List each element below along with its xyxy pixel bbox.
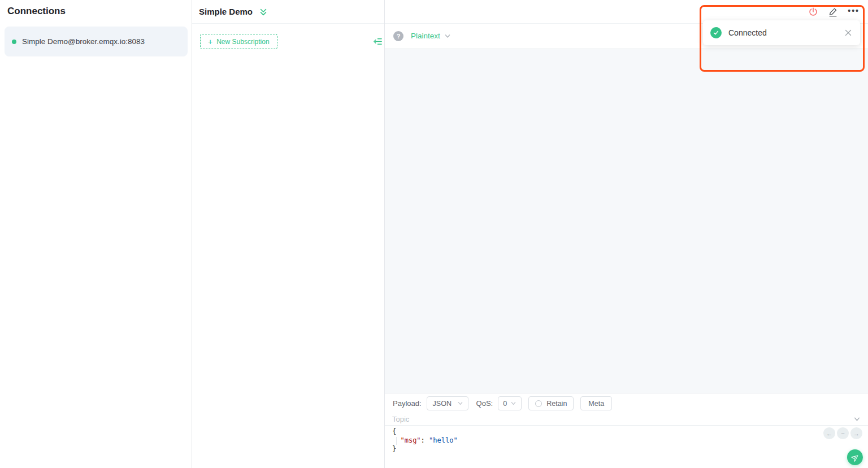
connections-title: Connections	[7, 6, 66, 17]
editor-history-nav: ← − →	[823, 427, 862, 439]
help-icon: ?	[393, 31, 403, 41]
meta-button[interactable]: Meta	[580, 396, 612, 410]
payload-format-value: Plaintext	[411, 32, 440, 40]
payload-code: { "msg": "hello" }	[392, 427, 458, 454]
history-prev-button[interactable]: ←	[823, 427, 835, 439]
payload-editor[interactable]: { "msg": "hello" } ← − →	[385, 426, 868, 468]
new-subscription-label: New Subscription	[216, 38, 269, 46]
payload-type-label: Payload:	[393, 399, 422, 408]
retain-label: Retain	[546, 400, 567, 408]
connection-status-dot	[12, 40, 16, 44]
message-list-area	[385, 49, 868, 393]
main-panel: ••• ? Plaintext Payload: JSON QoS: 0	[385, 0, 868, 468]
qos-select[interactable]: 0	[498, 396, 522, 410]
chevron-down-icon	[457, 400, 463, 406]
history-next-button[interactable]: →	[850, 427, 862, 439]
code-token-string: "hello"	[429, 436, 458, 444]
retain-radio-icon	[535, 400, 542, 407]
retain-toggle[interactable]: Retain	[528, 396, 574, 410]
topic-input[interactable]	[392, 415, 853, 423]
toast-status-text: Connected	[728, 28, 767, 37]
double-chevron-down-icon[interactable]	[259, 7, 268, 16]
send-button[interactable]	[847, 449, 863, 465]
plus-icon: +	[208, 38, 212, 46]
connections-sidebar: Connections Simple Demo@broker.emqx.io:8…	[0, 0, 192, 468]
code-token: :	[421, 436, 429, 444]
publish-options-bar: Payload: JSON QoS: 0 Retain Meta	[385, 394, 868, 413]
qos-value: 0	[503, 400, 507, 408]
payload-type-value: JSON	[433, 400, 452, 408]
new-subscription-button[interactable]: + New Subscription	[200, 34, 277, 49]
code-token-key: "msg"	[400, 436, 420, 444]
collapse-panel-icon[interactable]	[373, 37, 383, 46]
code-token: {	[392, 427, 396, 435]
edit-pencil-icon[interactable]	[828, 7, 838, 17]
connection-name-title: Simple Demo	[199, 7, 253, 16]
success-check-icon	[710, 27, 722, 38]
connection-item-simple-demo[interactable]: Simple Demo@broker.emqx.io:8083	[5, 27, 188, 56]
code-token: }	[392, 445, 396, 453]
chevron-down-icon	[510, 400, 517, 406]
connection-label: Simple Demo@broker.emqx.io:8083	[22, 37, 145, 46]
subscriptions-panel: Simple Demo + New Subscription	[192, 0, 385, 468]
collapse-publish-chevron-icon[interactable]	[853, 415, 861, 423]
disconnect-power-icon[interactable]	[808, 7, 818, 17]
connected-toast: Connected	[703, 20, 860, 45]
payload-type-select[interactable]: JSON	[427, 396, 468, 410]
topic-row	[385, 413, 868, 426]
code-token	[392, 436, 400, 444]
payload-format-dropdown[interactable]: Plaintext	[411, 32, 451, 40]
send-paper-plane-icon	[849, 451, 861, 463]
chevron-down-icon	[444, 33, 451, 40]
qos-label: QoS:	[476, 399, 493, 408]
history-collapse-button[interactable]: −	[837, 427, 849, 439]
more-options-icon[interactable]: •••	[848, 7, 860, 17]
subscriptions-header: Simple Demo	[192, 0, 384, 24]
toast-close-icon[interactable]	[844, 28, 853, 37]
